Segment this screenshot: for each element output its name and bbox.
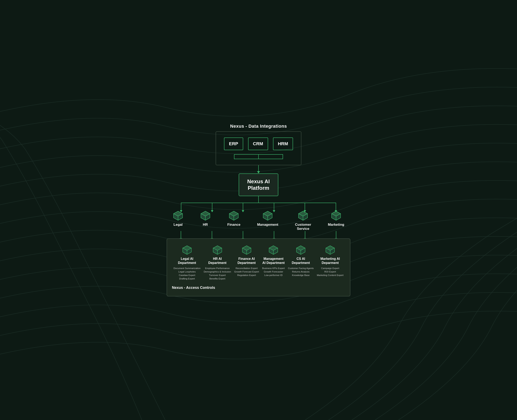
integrations-internal-connector <box>224 154 293 159</box>
management-ai-cube-icon <box>268 245 279 255</box>
integration-hrm: HRM <box>273 137 293 150</box>
management-cube-icon <box>262 210 273 221</box>
marketing-ai-title: Marketing AIDeparment <box>320 257 340 265</box>
marketing-ai-details: Campaign ExpertROI ExpertMarketing Conte… <box>317 267 343 277</box>
hr-cube-icon <box>200 210 211 221</box>
platform-title: Nexus AIPlatform <box>247 178 270 191</box>
integration-crm: CRM <box>248 137 268 150</box>
dept-marketing-label: Marketing <box>328 223 344 227</box>
management-ai-details: Business KPIs ExpertGrowth ForecasterLow… <box>262 267 285 277</box>
finance-cube-icon <box>229 210 239 221</box>
marketing-ai-cube-icon <box>325 245 335 255</box>
ai-dept-marketing: Marketing AIDeparment Campaign ExpertROI… <box>317 245 343 281</box>
dept-cs-label: CustomerService <box>295 223 311 231</box>
dept-hr: HR <box>200 210 211 231</box>
dept-legal-label: Legal <box>174 223 183 227</box>
ai-dept-finance: Finance AIDepartment Reconciliation Expe… <box>234 245 259 281</box>
legal-ai-cube-icon <box>182 245 192 255</box>
platform-to-depts-connector <box>171 196 346 210</box>
cs-ai-details: Customer Facing AgentsReturns AnalysisKn… <box>288 267 314 277</box>
dept-legal: Legal <box>173 210 183 231</box>
top-title: Nexus - Data Integrations <box>230 124 287 129</box>
hr-ai-details: Employee PerformanceDemographics & Inclu… <box>204 267 231 281</box>
ai-departments-row: Legal AIDepartment Document Summarizatio… <box>172 245 345 281</box>
ai-dept-management: ManagementAI Department Business KPIs Ex… <box>262 245 285 281</box>
ai-dept-legal: Legal AIDepartment Document Summarizatio… <box>174 245 200 281</box>
dept-cs: CustomerService <box>295 210 311 231</box>
finance-ai-title: Finance AIDepartment <box>237 257 256 265</box>
integration-erp: ERP <box>224 137 243 150</box>
hr-ai-cube-icon <box>212 245 222 255</box>
dept-finance-label: Finance <box>227 223 240 227</box>
cs-ai-title: CS AIDepartment <box>292 257 310 265</box>
ai-dept-hr: HR AIDepartment Employee PerformanceDemo… <box>204 245 231 281</box>
cs-cube-icon <box>298 210 308 221</box>
dept-management: Management <box>257 210 278 231</box>
dept-finance: Finance <box>227 210 240 231</box>
finance-ai-cube-icon <box>242 245 252 255</box>
hr-ai-title: HR AIDepartment <box>208 257 226 265</box>
nexus-platform-box: Nexus AIPlatform <box>239 173 278 196</box>
legal-ai-details: Document SummarizationLegal LoopholesCas… <box>174 267 200 281</box>
finance-ai-details: Reconciliation ExpertGrowth Forecast Exp… <box>234 267 259 277</box>
dept-to-ai-connectors <box>171 231 346 238</box>
integrations-box: ERP CRM HRM <box>216 131 301 165</box>
legal-ai-title: Legal AIDepartment <box>178 257 196 265</box>
ai-dept-cs: CS AIDepartment Customer Facing AgentsRe… <box>288 245 314 281</box>
management-ai-title: ManagementAI Department <box>262 257 285 265</box>
integrations-to-platform-connector <box>258 165 259 171</box>
main-diagram: Nexus - Data Integrations ERP CRM HRM Ne… <box>156 115 361 304</box>
cs-ai-cube-icon <box>296 245 306 255</box>
integration-items-row: ERP CRM HRM <box>224 137 293 150</box>
access-controls-label: Nexus - Access Controls <box>172 285 345 290</box>
dept-marketing: Marketing <box>328 210 344 231</box>
dept-hr-label: HR <box>203 223 208 227</box>
departments-row: Legal HR Finance <box>171 210 346 231</box>
access-controls-box: Legal AIDepartment Document Summarizatio… <box>167 238 350 296</box>
dept-management-label: Management <box>257 223 278 227</box>
